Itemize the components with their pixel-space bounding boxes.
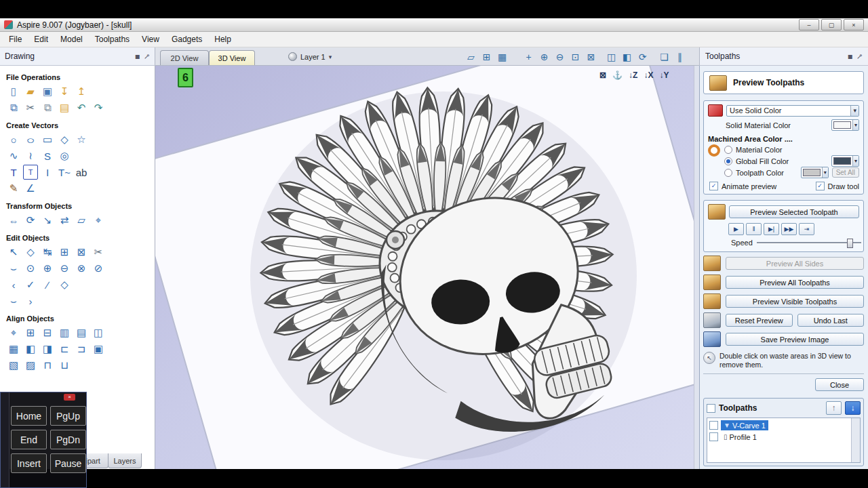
select-icon[interactable]: ↖ <box>6 245 21 260</box>
toggle-grid-icon[interactable]: ▦ <box>495 49 509 64</box>
redo-icon[interactable]: ↷ <box>91 100 106 115</box>
mirror-icon[interactable]: ⇄ <box>57 213 72 228</box>
split-view-icon[interactable]: ∥ <box>673 49 687 64</box>
menu-model[interactable]: Model <box>54 33 89 46</box>
text-box-icon[interactable]: T <box>23 165 38 180</box>
align-outside-icon[interactable]: ⊐ <box>74 342 89 357</box>
snap-icon[interactable]: ⊞ <box>57 245 72 260</box>
open-file-icon[interactable]: ▰ <box>23 84 38 99</box>
menu-view[interactable]: View <box>136 33 165 46</box>
weld-icon[interactable]: ⊕ <box>40 261 55 276</box>
save-file-icon[interactable]: ▣ <box>40 84 55 99</box>
subtract-icon[interactable]: ⊖ <box>57 261 72 276</box>
draw-ellipse-icon[interactable]: ○ <box>20 132 41 147</box>
ungroup-icon[interactable]: ⊔ <box>57 358 72 373</box>
step-button[interactable]: ▶| <box>764 223 779 235</box>
wireframe-view-icon[interactable]: ◫ <box>604 49 618 64</box>
3d-view-canvas[interactable]: 6 ⊠⚓↓Z↓X↓Y <box>155 66 694 469</box>
draw-tool-checkbox[interactable]: ✓ <box>816 182 825 190</box>
toolpath-color-radio[interactable] <box>724 169 732 177</box>
draw-polyline-icon[interactable]: ≀ <box>23 148 38 163</box>
pin-icon[interactable]: ⊸ <box>142 51 153 62</box>
copy-icon[interactable]: ⧉ <box>40 100 55 115</box>
draw-scurve-icon[interactable]: S <box>40 148 55 163</box>
distort-icon[interactable]: ▱ <box>74 213 89 228</box>
maximize-button[interactable]: ▢ <box>821 19 842 30</box>
material-color-radio[interactable] <box>724 146 732 154</box>
group-icon[interactable]: ⊓ <box>40 358 55 373</box>
preview-all-toolpaths-button[interactable]: Preview All Toolpaths <box>726 276 864 289</box>
new-file-icon[interactable]: ▯ <box>6 84 21 99</box>
fillet-icon[interactable]: ⌣ <box>6 261 21 276</box>
menu-file[interactable]: File <box>3 33 28 46</box>
fill-mode-dropdown[interactable]: Use Solid Color ▾ <box>726 105 859 117</box>
look-down-y-icon[interactable]: ↓Y <box>659 70 669 80</box>
toolpath-list-item[interactable]: ✓ ▯ Profile 1 <box>709 431 850 443</box>
toolpath-item-profile[interactable]: ▯ Profile 1 <box>721 432 760 442</box>
tile-windows-icon[interactable]: ❏ <box>657 49 671 64</box>
bounds-box-icon[interactable]: ⊠ <box>599 70 606 80</box>
3d-preview-carving[interactable] <box>155 66 694 469</box>
speed-slider-thumb[interactable] <box>847 239 853 248</box>
offset-icon[interactable]: ⊙ <box>23 261 38 276</box>
align-bottom-icon[interactable]: ▤ <box>74 325 89 340</box>
measure-icon[interactable]: ↹ <box>40 245 55 260</box>
align-top-icon[interactable]: ▥ <box>57 325 72 340</box>
align-left-icon[interactable]: ⊞ <box>23 325 38 340</box>
draw-curve-icon[interactable]: ∿ <box>6 148 21 163</box>
toolpaths-list-checkbox[interactable]: ✓ <box>707 404 715 413</box>
rotate-icon[interactable]: ⟳ <box>23 213 38 228</box>
draw-star-icon[interactable]: ☆ <box>74 132 89 147</box>
dimension-icon[interactable]: ∠ <box>23 181 38 196</box>
snap-geometry-icon[interactable]: ▱ <box>464 49 478 64</box>
draw-polygon-icon[interactable]: ◇ <box>57 132 72 147</box>
smooth-icon[interactable]: › <box>23 293 38 308</box>
pan-view-icon[interactable]: + <box>521 49 536 64</box>
global-fill-color-radio[interactable] <box>724 157 732 165</box>
tab-3d-view[interactable]: 3D View <box>209 50 255 65</box>
trim-icon[interactable]: ⊠ <box>74 245 89 260</box>
align-center-icon[interactable]: ⌖ <box>6 325 21 340</box>
reset-preview-button[interactable]: Reset Preview <box>726 314 793 327</box>
move-toolpath-down-button[interactable]: ↓ <box>845 401 861 415</box>
pin-icon[interactable]: ⊸ <box>854 51 865 62</box>
nesting-icon[interactable]: ⧉ <box>6 100 21 115</box>
scale-icon[interactable]: ↘ <box>40 213 55 228</box>
zoom-box-icon[interactable]: ⊡ <box>568 49 583 64</box>
join-vectors-icon[interactable]: ⌣ <box>6 293 21 308</box>
import-file-icon[interactable]: ↧ <box>57 84 72 99</box>
cut-icon[interactable]: ✂ <box>23 100 38 115</box>
draw-circle-icon[interactable]: ○ <box>6 132 21 147</box>
draw-marker-icon[interactable]: ✎ <box>6 181 21 196</box>
undo-last-button[interactable]: Undo Last <box>797 314 865 327</box>
move-icon[interactable]: ⇔ <box>6 213 21 228</box>
align-middle-icon[interactable]: ◫ <box>91 325 106 340</box>
align-selection-icon[interactable]: ⌖ <box>91 213 106 228</box>
snap-grid-icon[interactable]: ⊞ <box>479 49 494 64</box>
intersect-icon[interactable]: ⊗ <box>74 261 89 276</box>
tab-2d-view[interactable]: 2D View <box>160 50 209 65</box>
set-all-button[interactable]: Set All <box>832 167 859 178</box>
panel-menu-icon[interactable]: ◆ <box>845 51 855 61</box>
menu-edit[interactable]: Edit <box>28 33 54 46</box>
keycast-close-button[interactable]: × <box>64 394 75 401</box>
angle-icon[interactable]: ∕ <box>40 277 55 292</box>
play-button[interactable]: ▶ <box>728 223 744 235</box>
text-select-icon[interactable]: I <box>40 165 55 180</box>
minimize-button[interactable]: – <box>799 19 819 30</box>
create-text-icon[interactable]: T <box>6 165 21 180</box>
preview-all-sides-button[interactable]: Preview All Sides <box>726 257 864 270</box>
preview-selected-toolpath-button[interactable]: Preview Selected Toolpath <box>729 205 859 218</box>
save-preview-image-button[interactable]: Save Preview Image <box>726 333 864 346</box>
space-horizontal-icon[interactable]: ▦ <box>6 342 21 357</box>
preview-visible-toolpaths-button[interactable]: Preview Visible Toolpaths <box>726 295 864 308</box>
align-right-icon[interactable]: ⊟ <box>40 325 55 340</box>
draw-spiral-icon[interactable]: ◎ <box>57 148 72 163</box>
toolpath-color-dropdown[interactable]: ▾ <box>801 167 829 178</box>
extend-icon[interactable]: ‹ <box>6 277 21 292</box>
close-button[interactable]: × <box>844 19 864 30</box>
run-to-end-button[interactable]: ⇥ <box>799 223 814 235</box>
space-vertical-icon[interactable]: ◧ <box>23 342 38 357</box>
stack-icon[interactable]: ▨ <box>23 358 38 373</box>
toolpath-item-vcarve[interactable]: ▼ V-Carve 1 <box>721 420 768 430</box>
